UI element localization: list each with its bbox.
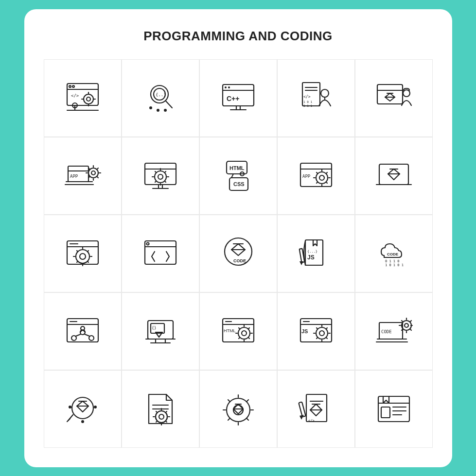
icon-expert-monitor <box>355 59 433 137</box>
svg-marker-121 <box>300 261 303 265</box>
svg-line-55 <box>97 177 98 178</box>
svg-point-82 <box>319 175 324 180</box>
icon-html-css: HTML CSS <box>199 137 277 215</box>
icon-developer-doc: </> 1 0 1 0 1 1 <box>277 59 355 137</box>
icon-code-layers: {} <box>122 292 199 370</box>
icon-laptop-code-gear: CODE <box>355 292 433 370</box>
svg-line-69 <box>155 171 156 172</box>
svg-text:{..}: {..} <box>156 92 166 97</box>
svg-point-190 <box>94 406 97 408</box>
svg-line-87 <box>317 172 317 173</box>
svg-text:1 0 1 0 1: 1 0 1 0 1 <box>385 263 404 267</box>
svg-marker-226 <box>300 415 304 420</box>
icon-monitor-gear <box>122 137 199 215</box>
svg-point-3 <box>72 85 74 87</box>
svg-text:HTML: HTML <box>229 165 245 171</box>
svg-point-19 <box>157 109 159 112</box>
svg-line-214 <box>247 400 248 402</box>
icon-cpp-monitor: C++ <box>199 59 277 137</box>
svg-line-204 <box>166 411 167 412</box>
icon-grid: </> {..} <box>44 59 433 448</box>
icon-gear-diamond <box>199 370 277 448</box>
svg-point-175 <box>405 323 408 327</box>
svg-line-56 <box>97 168 98 169</box>
svg-point-188 <box>69 406 71 408</box>
svg-text:{}: {} <box>152 326 157 330</box>
icon-js-book: JS {...} <box>277 215 355 292</box>
svg-rect-109 <box>145 241 176 264</box>
svg-text:CODE: CODE <box>233 258 246 263</box>
svg-point-161 <box>319 331 324 336</box>
svg-line-182 <box>410 321 411 322</box>
svg-text:0 1 1: 0 1 1 <box>303 104 312 107</box>
svg-line-205 <box>156 421 157 422</box>
svg-point-64 <box>158 174 163 179</box>
svg-line-71 <box>165 171 166 172</box>
svg-rect-232 <box>381 407 390 418</box>
svg-point-6 <box>87 97 90 101</box>
svg-line-88 <box>326 182 327 183</box>
svg-text:1 0 1: 1 0 1 <box>303 100 312 103</box>
svg-line-212 <box>228 400 230 402</box>
svg-line-90 <box>317 182 317 183</box>
svg-line-203 <box>166 421 167 422</box>
icon-code-search: {..} <box>122 59 199 137</box>
icon-web-dev-settings: </> <box>44 59 122 137</box>
svg-line-213 <box>247 418 248 420</box>
svg-point-2 <box>69 85 71 87</box>
svg-line-72 <box>155 181 156 182</box>
icon-app-browser-gear: APP <box>277 137 355 215</box>
icon-diamond-laptop <box>355 137 433 215</box>
icon-doc-gear <box>122 370 199 448</box>
svg-line-192 <box>67 419 70 422</box>
svg-text:CSS: CSS <box>233 181 245 187</box>
svg-line-202 <box>156 411 157 412</box>
svg-line-131 <box>76 334 81 336</box>
svg-text:HTML: HTML <box>224 328 236 333</box>
svg-text:APP: APP <box>70 174 78 179</box>
svg-text:CODE: CODE <box>387 252 399 256</box>
svg-line-183 <box>402 329 403 330</box>
svg-text:JS: JS <box>301 328 308 334</box>
icon-diamond-search <box>44 370 122 448</box>
svg-point-20 <box>164 109 167 112</box>
svg-text:JS: JS <box>307 254 315 261</box>
svg-point-23 <box>225 86 227 88</box>
svg-point-48 <box>88 168 98 178</box>
icon-cloud-code: CODE 0 1 1 0 1 0 1 0 1 <box>355 215 433 292</box>
svg-line-167 <box>326 338 327 339</box>
svg-point-5 <box>84 94 93 104</box>
svg-line-108 <box>77 261 78 262</box>
svg-rect-96 <box>67 241 98 264</box>
svg-point-184 <box>72 397 93 419</box>
svg-point-35 <box>321 89 329 97</box>
svg-line-70 <box>165 181 166 182</box>
svg-line-105 <box>77 251 78 252</box>
svg-rect-225 <box>299 402 306 417</box>
icon-browser-bracket <box>122 215 199 292</box>
svg-line-154 <box>248 328 249 329</box>
svg-text:</>: </> <box>308 419 315 423</box>
icon-browser-network <box>44 292 122 370</box>
svg-line-181 <box>410 329 411 330</box>
svg-text:{...}: {...} <box>307 250 317 254</box>
main-card: PROGRAMMING AND CODING </> <box>24 9 452 467</box>
svg-point-24 <box>228 86 230 88</box>
svg-text:</>: </> <box>71 93 79 98</box>
icon-pen-diamond-doc: </> <box>277 370 355 448</box>
svg-line-169 <box>317 338 317 339</box>
svg-point-111 <box>146 242 149 245</box>
svg-line-180 <box>402 321 403 322</box>
svg-point-100 <box>80 254 86 259</box>
svg-point-189 <box>81 420 84 423</box>
svg-line-132 <box>85 334 89 336</box>
svg-line-155 <box>239 338 240 339</box>
svg-rect-219 <box>306 394 327 422</box>
svg-line-153 <box>248 338 249 339</box>
svg-text:0 1 1 0: 0 1 1 0 <box>385 259 400 263</box>
svg-line-54 <box>88 168 89 169</box>
svg-point-18 <box>149 106 152 109</box>
svg-line-89 <box>326 172 327 173</box>
svg-line-152 <box>239 328 240 329</box>
icon-diamond-code-badge: CODE <box>199 215 277 292</box>
